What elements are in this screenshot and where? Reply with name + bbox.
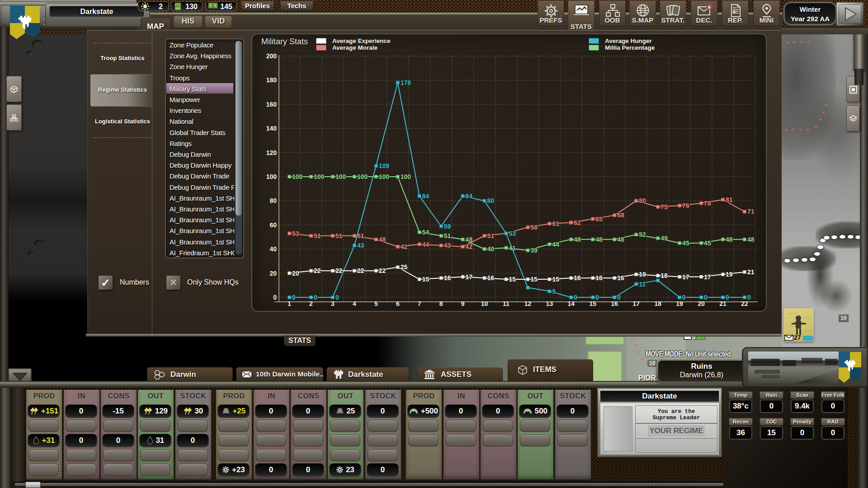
svg-text:80: 80 [639, 197, 646, 204]
svg-text:22: 22 [379, 267, 386, 274]
svg-text:1: 1 [288, 300, 291, 307]
svg-text:109: 109 [379, 162, 390, 169]
svg-text:16: 16 [611, 300, 618, 307]
svg-text:39: 39 [531, 247, 538, 254]
svg-text:15: 15 [422, 276, 429, 283]
svg-text:3: 3 [331, 300, 335, 307]
svg-text:16: 16 [487, 274, 495, 282]
svg-text:16: 16 [444, 274, 451, 282]
svg-text:20: 20 [698, 300, 705, 307]
svg-text:17: 17 [632, 300, 640, 307]
svg-text:54: 54 [422, 229, 429, 236]
svg-text:15: 15 [552, 276, 559, 283]
svg-text:84: 84 [422, 192, 429, 200]
svg-text:100: 100 [314, 173, 325, 180]
svg-text:81: 81 [726, 196, 733, 203]
svg-text:48: 48 [574, 236, 581, 243]
svg-text:60: 60 [269, 221, 277, 229]
svg-text:58: 58 [531, 224, 538, 231]
svg-text:8: 8 [439, 300, 443, 307]
svg-text:4: 4 [353, 300, 356, 307]
svg-text:16: 16 [574, 274, 581, 282]
svg-text:17: 17 [466, 273, 473, 281]
svg-text:100: 100 [357, 173, 368, 180]
svg-text:100: 100 [379, 173, 390, 180]
svg-text:62: 62 [574, 219, 581, 226]
svg-text:13: 13 [546, 300, 553, 307]
svg-text:7: 7 [418, 300, 421, 307]
svg-text:10: 10 [481, 300, 488, 307]
svg-text:49: 49 [660, 235, 668, 242]
svg-text:20: 20 [269, 270, 277, 277]
svg-text:Average Morale: Average Morale [332, 44, 378, 51]
svg-text:Millia Percentage: Millia Percentage [605, 44, 655, 51]
svg-text:44: 44 [422, 241, 429, 248]
svg-text:0: 0 [595, 294, 599, 301]
svg-text:68: 68 [617, 211, 624, 219]
svg-text:Military Stats: Military Stats [261, 37, 308, 46]
svg-text:0: 0 [335, 294, 339, 301]
svg-text:9: 9 [461, 300, 465, 307]
svg-text:6: 6 [708, 5, 710, 9]
svg-text:140: 140 [266, 125, 277, 132]
svg-text:$: $ [212, 4, 214, 8]
svg-text:17: 17 [704, 273, 711, 281]
svg-text:Average Experience: Average Experience [332, 38, 391, 44]
svg-text:11: 11 [639, 281, 646, 288]
svg-text:80: 80 [487, 197, 495, 204]
svg-text:6: 6 [396, 300, 400, 307]
svg-text:19: 19 [639, 271, 646, 278]
svg-text:100: 100 [266, 173, 277, 180]
svg-text:25: 25 [401, 263, 408, 271]
svg-text:14: 14 [568, 300, 575, 307]
svg-text:51: 51 [487, 232, 495, 239]
svg-text:65: 65 [595, 216, 603, 223]
svg-text:51: 51 [314, 232, 321, 239]
svg-text:51: 51 [335, 232, 343, 239]
svg-text:16: 16 [617, 274, 624, 282]
svg-text:0: 0 [617, 294, 621, 301]
svg-text:0: 0 [704, 294, 708, 301]
svg-text:80: 80 [269, 197, 277, 204]
svg-text:Average Hunger: Average Hunger [605, 38, 652, 44]
svg-text:48: 48 [379, 236, 386, 243]
svg-text:5: 5 [552, 288, 556, 295]
svg-text:42: 42 [401, 243, 408, 250]
svg-text:2: 2 [309, 300, 313, 307]
svg-text:48: 48 [747, 236, 755, 243]
svg-text:61: 61 [552, 220, 559, 227]
svg-text:100: 100 [335, 173, 346, 180]
svg-text:20: 20 [292, 270, 299, 277]
svg-text:22: 22 [357, 267, 364, 274]
svg-text:18: 18 [654, 300, 661, 307]
svg-text:0: 0 [273, 294, 277, 301]
svg-text:200: 200 [266, 52, 277, 60]
svg-text:15: 15 [590, 300, 597, 307]
svg-text:12: 12 [524, 300, 532, 307]
svg-text:19: 19 [726, 271, 733, 278]
svg-text:21: 21 [747, 268, 755, 276]
svg-text:41: 41 [509, 244, 516, 252]
svg-text:42: 42 [466, 243, 473, 250]
svg-text:19: 19 [676, 300, 683, 307]
svg-text:15: 15 [509, 276, 516, 283]
svg-text:78: 78 [704, 200, 711, 207]
svg-text:43: 43 [444, 242, 451, 249]
svg-text:0: 0 [314, 294, 317, 301]
svg-text:21: 21 [719, 300, 726, 307]
svg-text:48: 48 [726, 236, 733, 243]
svg-text:18: 18 [660, 272, 668, 279]
svg-text:11: 11 [503, 300, 509, 307]
svg-text:48: 48 [617, 236, 624, 243]
svg-text:15: 15 [531, 276, 538, 283]
svg-text:17: 17 [682, 273, 689, 281]
svg-text:5: 5 [374, 300, 378, 307]
svg-text:178: 178 [401, 79, 411, 86]
svg-text:45: 45 [704, 239, 711, 247]
svg-text:40: 40 [269, 245, 277, 253]
svg-text:180: 180 [266, 76, 277, 84]
svg-text:160: 160 [266, 101, 277, 108]
svg-text:59: 59 [444, 223, 451, 230]
svg-text:45: 45 [682, 239, 689, 247]
svg-text:71: 71 [747, 208, 755, 215]
